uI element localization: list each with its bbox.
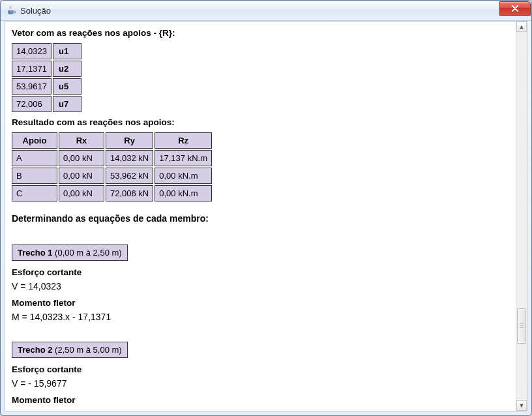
results-table: Apoio Rx Ry Rz A 0,00 kN 14,032 kN 17,13… <box>10 131 213 203</box>
cell-rz: 17,137 kN.m <box>155 150 212 166</box>
heading-vetor: Vetor com as reações nos apoios - {R}: <box>12 28 510 38</box>
table-row: 17,1371 u2 <box>12 61 81 77</box>
col-ry: Ry <box>106 132 153 149</box>
col-apoio: Apoio <box>12 132 57 149</box>
cell-value: 53,9617 <box>12 78 52 95</box>
cell-ry: 14,032 kN <box>106 150 153 166</box>
col-rz: Rz <box>155 132 212 149</box>
titlebar: Solução <box>1 1 531 21</box>
heading-momento-2: Momento fletor <box>12 395 510 405</box>
cell-apoio: C <box>12 185 57 201</box>
cell-apoio: B <box>12 168 57 184</box>
table-row: A 0,00 kN 14,032 kN 17,137 kN.m <box>12 150 212 166</box>
scroll-up-arrow-icon[interactable]: ▲ <box>516 22 527 32</box>
cell-ry: 72,006 kN <box>106 185 153 201</box>
heading-equacoes: Determinando as equações de cada membro: <box>12 213 510 224</box>
v-eq-2: V = - 15,9677 <box>12 378 510 389</box>
vertical-scrollbar[interactable]: ▲ ▼ <box>516 22 527 411</box>
table-row: 72,006 u7 <box>12 96 81 112</box>
cell-value: 72,006 <box>12 96 52 112</box>
java-cup-icon <box>6 5 16 16</box>
heading-esforco-1: Esforço cortante <box>12 267 510 277</box>
table-header-row: Apoio Rx Ry Rz <box>12 132 212 149</box>
col-rx: Rx <box>59 132 104 149</box>
cell-ry: 53,962 kN <box>106 168 153 184</box>
close-button[interactable] <box>499 1 531 16</box>
trecho-2-box: Trecho 2 (2,50 m à 5,00 m) <box>12 342 128 358</box>
cell-label: u2 <box>53 61 81 77</box>
window-title: Solução <box>20 6 51 16</box>
content-scroll: Vetor com as reações nos apoios - {R}: 1… <box>5 22 516 411</box>
table-row: C 0,00 kN 72,006 kN 0,00 kN.m <box>12 185 212 201</box>
cell-apoio: A <box>12 150 57 166</box>
trecho-1-range: (0,00 m à 2,50 m) <box>52 248 121 258</box>
vetor-r-table: 14,0323 u1 17,1371 u2 53,9617 u5 72,006 … <box>10 42 83 113</box>
heading-resultado: Resultado com as reações nos apoios: <box>12 117 510 127</box>
m-eq-1: M = 14,0323.x - 17,1371 <box>12 312 510 322</box>
cell-rx: 0,00 kN <box>59 150 104 166</box>
trecho-1-label: Trecho 1 <box>18 248 52 258</box>
cell-value: 17,1371 <box>12 61 52 77</box>
close-icon <box>511 5 519 12</box>
table-row: B 0,00 kN 53,962 kN 0,00 kN.m <box>12 168 212 184</box>
cell-value: 14,0323 <box>12 43 52 59</box>
app-window: Solução Vetor com as reações nos apoios … <box>0 0 532 416</box>
cell-rx: 0,00 kN <box>59 185 104 201</box>
cell-label: u7 <box>53 96 81 112</box>
trecho-2-range: (2,50 m à 5,00 m) <box>52 345 121 355</box>
trecho-2-label: Trecho 2 <box>18 345 52 355</box>
cell-label: u1 <box>53 43 81 59</box>
heading-esforco-2: Esforço cortante <box>12 364 510 374</box>
client-area: Vetor com as reações nos apoios - {R}: 1… <box>5 21 527 411</box>
heading-momento-1: Momento fletor <box>12 298 510 308</box>
table-row: 14,0323 u1 <box>12 43 81 59</box>
scroll-down-arrow-icon[interactable]: ▼ <box>516 400 527 411</box>
trecho-1-box: Trecho 1 (0,00 m à 2,50 m) <box>12 245 128 261</box>
table-row: 53,9617 u5 <box>12 78 81 95</box>
v-eq-1: V = 14,0323 <box>12 281 510 291</box>
cell-label: u5 <box>53 78 81 95</box>
cell-rz: 0,00 kN.m <box>155 185 212 201</box>
scroll-track[interactable] <box>516 32 527 400</box>
cell-rz: 0,00 kN.m <box>155 168 212 184</box>
cell-rx: 0,00 kN <box>59 168 104 184</box>
scroll-thumb[interactable] <box>517 308 526 344</box>
